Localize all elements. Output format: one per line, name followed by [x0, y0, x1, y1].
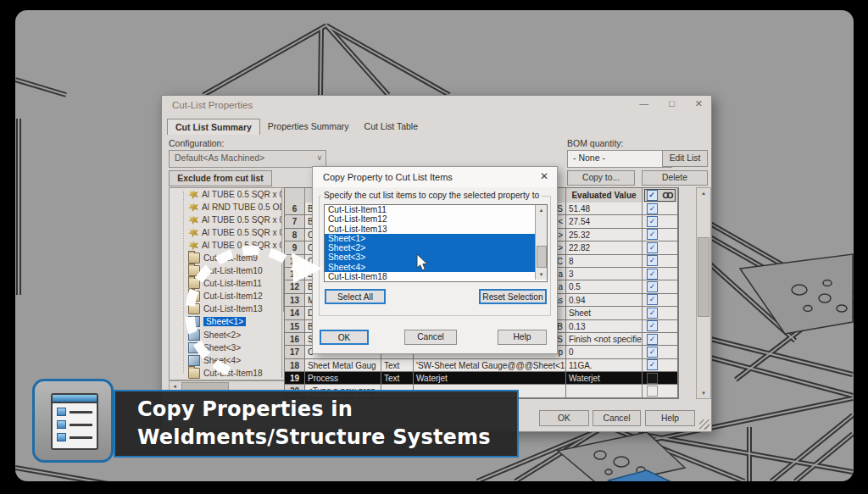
link-column-header[interactable]: ✓ [644, 189, 676, 202]
select-all-button[interactable]: Select All [325, 289, 386, 304]
tab[interactable]: Properties Summary [260, 119, 357, 135]
chevron-down-icon: ∨ [316, 151, 322, 165]
table-row[interactable]: 19 Process Text Waterjet Waterjet ✓ [285, 372, 678, 385]
cancel-button[interactable]: Cancel [404, 330, 457, 345]
row-checkbox[interactable]: ✓ [647, 255, 658, 266]
row-checkbox[interactable]: ✓ [647, 373, 658, 384]
table-row[interactable]: 18 Sheet Metal Gaug Text 'SW-Sheet Metal… [285, 359, 678, 372]
close-icon[interactable]: ✕ [540, 170, 548, 182]
cancel-button[interactable]: Cancel [593, 410, 641, 426]
link-icon [662, 191, 674, 199]
tree-item[interactable]: Al TUBE 0.5 SQR x 0.0 [170, 188, 293, 201]
tree-item[interactable]: Cut-List-Item12 [170, 290, 293, 303]
folder-icon [188, 253, 200, 264]
scroll-up-icon[interactable]: ▴ [536, 205, 547, 215]
scroll-thumb[interactable] [698, 237, 709, 317]
cut-list-option[interactable]: Cut-List-Item11 [325, 205, 547, 214]
folder-icon [188, 303, 200, 314]
scroll-up-icon[interactable]: ▴ [697, 188, 710, 198]
folder-icon [188, 291, 200, 302]
ok-button[interactable]: OK [320, 330, 369, 345]
lesson-title-banner: Copy Properties in Weldments/Structure S… [114, 390, 519, 458]
tree-item[interactable]: Sheet<4> [170, 354, 293, 367]
tree-item[interactable]: Cut-List-Item11 [170, 277, 293, 290]
dialog-title: Cut-List Properties [172, 100, 253, 110]
scroll-down-icon[interactable]: ▾ [697, 388, 710, 398]
row-checkbox[interactable]: ✓ [647, 229, 658, 240]
sheet-icon [188, 316, 200, 327]
row-checkbox[interactable]: ✓ [647, 386, 658, 397]
reset-selection-button[interactable]: Reset Selection [479, 289, 547, 304]
sheet-icon [188, 330, 200, 341]
resize-grip[interactable] [699, 419, 709, 430]
bom-quantity-label: BOM quantity: [567, 138, 624, 148]
profile-icon [188, 215, 198, 225]
tree-item[interactable]: Sheet<3> [170, 341, 293, 354]
tab[interactable]: Cut List Summary [167, 119, 260, 135]
maximize-icon[interactable]: □ [669, 98, 675, 109]
cut-list-option[interactable]: Sheet<2> [325, 243, 547, 253]
row-checkbox[interactable]: ✓ [647, 269, 658, 280]
row-checkbox[interactable]: ✓ [647, 203, 658, 214]
cut-list-option[interactable]: Sheet<1> [325, 234, 547, 243]
cut-list-option[interactable]: Sheet<3> [325, 253, 547, 262]
cut-list-tree: Al TUBE 0.5 SQR x 0.0 Al RND TUBE 0.5 OD… [169, 187, 294, 380]
edit-list-button[interactable]: Edit List [662, 150, 708, 167]
banner-line1: Copy Properties in [137, 396, 517, 424]
scroll-thumb[interactable] [537, 246, 547, 268]
minimize-icon[interactable]: — [639, 98, 648, 109]
cut-list-option[interactable]: Sheet<4> [325, 263, 547, 272]
tree-item[interactable]: Al TUBE 0.5 SQR x 0.0 [170, 214, 293, 226]
exclude-from-cut-list-button[interactable]: Exclude from cut list [169, 170, 272, 186]
row-checkbox[interactable]: ✓ [647, 308, 658, 319]
tree-item[interactable]: Sheet<2> [170, 329, 293, 341]
tree-item[interactable]: Al RND TUBE 0.5 OD [170, 201, 293, 214]
row-checkbox[interactable]: ✓ [647, 294, 658, 305]
tree-item[interactable]: Cut-List-Item18 [170, 367, 293, 380]
sheet-icon [188, 342, 200, 353]
listbox-scrollbar[interactable]: ▴ ▾ [535, 205, 547, 280]
cut-list-items-listbox[interactable]: Cut-List-Item11Cut-List-Item12Cut-List-I… [324, 204, 548, 282]
tree-item[interactable]: Al TUBE 0.5 SQR x 0.0 [170, 226, 293, 239]
instruction-label: Specify the cut list items to copy the s… [321, 191, 542, 200]
row-checkbox[interactable]: ✓ [647, 347, 658, 358]
row-checkbox[interactable]: ✓ [647, 216, 658, 227]
folder-icon [188, 368, 200, 379]
video-frame: Cut-List Properties — □ ✕ Cut List Summa… [15, 10, 854, 481]
tree-item[interactable]: Al TUBE 0.5 SQR x 0.0 [170, 239, 293, 252]
close-icon[interactable]: ✕ [695, 98, 703, 109]
help-button[interactable]: Help [645, 410, 695, 426]
copy-to-button[interactable]: Copy to... [567, 170, 635, 186]
row-checkbox[interactable]: ✓ [647, 320, 658, 331]
cut-list-icon [51, 393, 98, 450]
delete-button[interactable]: Delete [642, 170, 708, 186]
row-checkbox[interactable]: ✓ [647, 334, 658, 345]
profile-icon [188, 228, 198, 237]
configuration-label: Configuration: [169, 138, 224, 148]
tab-bar: Cut List Summary Properties Summary Cut … [167, 119, 426, 135]
tab[interactable]: Cut List Table [357, 119, 426, 135]
banner-line2: Weldments/Structure Systems [137, 424, 517, 452]
evaluated-value-header: Evaluated Value [566, 188, 643, 203]
row-checkbox[interactable]: ✓ [647, 242, 658, 253]
tree-item[interactable]: Cut-List-Item9 [170, 252, 293, 264]
profile-icon [188, 190, 198, 199]
tree-item[interactable]: Sheet<1> [170, 315, 293, 328]
row-checkbox[interactable]: ✓ [647, 281, 658, 292]
checkbox-icon: ✓ [647, 190, 658, 201]
cut-list-option[interactable]: Cut-List-Item13 [325, 225, 547, 234]
help-button[interactable]: Help [498, 330, 547, 345]
scroll-down-icon[interactable]: ▾ [536, 269, 547, 280]
table-scrollbar[interactable]: ▴ ▾ [696, 187, 711, 399]
row-checkbox[interactable]: ✓ [647, 359, 658, 370]
profile-icon [188, 203, 198, 212]
tree-item[interactable]: Cut-List-Item13 [170, 303, 293, 315]
configuration-dropdown[interactable]: Default<As Machined> ∨ [169, 150, 326, 168]
bom-quantity-dropdown[interactable]: - None - ∨ [567, 150, 672, 168]
sheet-icon [188, 355, 200, 366]
folder-icon [188, 278, 200, 289]
ok-button[interactable]: OK [539, 410, 589, 426]
cut-list-option[interactable]: Cut-List-Item12 [325, 214, 547, 224]
tree-item[interactable]: Cut-List-Item10 [170, 264, 293, 277]
cut-list-option[interactable]: Cut-List-Item18 [325, 272, 547, 281]
